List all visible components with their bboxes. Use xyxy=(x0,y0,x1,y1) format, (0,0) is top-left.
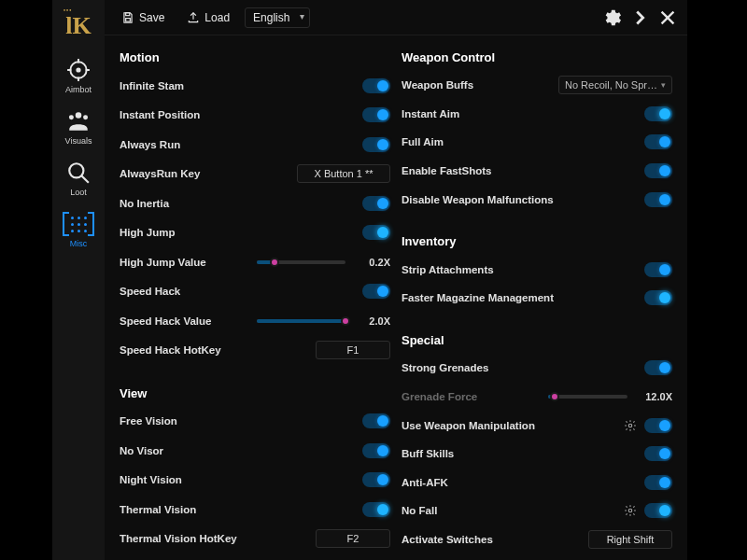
upload-icon xyxy=(187,11,200,24)
toggle-enable-fastshots[interactable] xyxy=(644,163,672,178)
toggle-high-jump[interactable] xyxy=(362,225,390,240)
slider-speed-hack[interactable] xyxy=(257,319,345,323)
activate-switches-field[interactable]: Right Shift xyxy=(588,530,672,549)
label-enable-fastshots: Enable FastShots xyxy=(402,165,637,176)
save-icon xyxy=(121,11,134,24)
chevron-right-icon xyxy=(629,7,650,28)
sidebar: lK Aimbot Visuals Loot xyxy=(52,0,105,560)
svg-point-16 xyxy=(628,509,632,512)
toggle-speed-hack[interactable] xyxy=(362,284,390,299)
label-speed-hack-value: Speed Hack Value xyxy=(120,315,249,327)
label-no-inertia: No Inertia xyxy=(120,198,355,209)
svg-point-1 xyxy=(77,68,79,71)
label-activate-switches: Activate Switches xyxy=(402,534,581,545)
label-thermal-hotkey: Thermal Vision HotKey xyxy=(120,533,308,544)
weapon-buffs-select[interactable]: No Recoil, No Spr… ▾ xyxy=(558,76,672,94)
label-anti-afk: Anti-AFK xyxy=(402,477,637,488)
toggle-strip-attachments[interactable] xyxy=(644,262,672,277)
label-strip-attachments: Strip Attachments xyxy=(402,264,637,275)
label-weapon-buffs: Weapon Buffs xyxy=(402,79,551,91)
load-label: Load xyxy=(204,11,230,24)
label-always-run: Always Run xyxy=(120,139,355,150)
toggle-no-visor[interactable] xyxy=(362,443,390,458)
section-title-weapon: Weapon Control xyxy=(402,47,672,66)
section-title-view: View xyxy=(120,383,390,402)
svg-point-8 xyxy=(83,115,88,119)
toggle-instant-aim[interactable] xyxy=(644,106,672,121)
label-full-aim: Full Aim xyxy=(402,136,637,147)
gear-icon xyxy=(601,7,622,28)
label-high-jump: High Jump xyxy=(120,227,355,238)
people-icon xyxy=(66,109,91,133)
label-speed-hack-hotkey: Speed Hack HotKey xyxy=(120,344,308,356)
sidebar-item-loot[interactable]: Loot xyxy=(56,155,101,201)
toggle-anti-afk[interactable] xyxy=(644,475,672,490)
collapse-button[interactable] xyxy=(629,7,650,28)
load-button[interactable]: Load xyxy=(179,7,237,28)
thermal-hotkey-field[interactable]: F2 xyxy=(316,529,390,548)
gear-icon[interactable] xyxy=(624,504,637,517)
svg-line-10 xyxy=(81,175,89,183)
right-column: Weapon Control Weapon Buffs No Recoil, N… xyxy=(402,47,672,549)
toggle-buff-skills[interactable] xyxy=(644,446,672,461)
gear-icon[interactable] xyxy=(624,419,637,432)
toggle-always-run[interactable] xyxy=(362,137,390,152)
toggle-instant-position[interactable] xyxy=(362,107,390,122)
sidebar-item-aimbot[interactable]: Aimbot xyxy=(56,52,101,98)
language-select[interactable]: English xyxy=(245,7,310,28)
label-thermal-vision: Thermal Vision xyxy=(120,504,355,515)
toggle-full-aim[interactable] xyxy=(644,134,672,149)
value-grenade-force: 12.0X xyxy=(635,391,672,402)
toggle-night-vision[interactable] xyxy=(362,472,390,487)
label-high-jump-value: High Jump Value xyxy=(120,257,249,268)
toggle-thermal-vision[interactable] xyxy=(362,502,390,517)
label-free-vision: Free Vision xyxy=(120,415,355,427)
save-button[interactable]: Save xyxy=(114,7,172,28)
value-high-jump: 0.2X xyxy=(353,257,390,268)
app-logo: lK xyxy=(58,6,99,47)
section-title-motion: Motion xyxy=(120,47,390,66)
label-infinite-stam: Infinite Stam xyxy=(120,80,355,91)
close-icon xyxy=(657,7,678,28)
label-instant-position: Instant Position xyxy=(120,109,355,120)
sidebar-item-visuals[interactable]: Visuals xyxy=(56,104,101,149)
toggle-faster-mag[interactable] xyxy=(644,290,672,305)
toggle-use-weapon-manipulation[interactable] xyxy=(644,418,672,433)
value-speed-hack: 2.0X xyxy=(353,315,390,327)
settings-button[interactable] xyxy=(601,7,622,28)
speed-hack-hotkey-field[interactable]: F1 xyxy=(316,341,390,359)
sidebar-item-label: Aimbot xyxy=(65,85,92,94)
slider-high-jump[interactable] xyxy=(257,260,345,264)
toggle-no-inertia[interactable] xyxy=(362,196,390,211)
label-buff-skills: Buff Skills xyxy=(402,448,637,459)
svg-rect-11 xyxy=(126,12,130,15)
label-grenade-force: Grenade Force xyxy=(402,391,541,402)
svg-point-9 xyxy=(69,163,83,177)
toggle-disable-malfunctions[interactable] xyxy=(644,192,672,207)
save-label: Save xyxy=(139,11,164,24)
topbar: Save Load English xyxy=(105,0,687,35)
label-strong-grenades: Strong Grenades xyxy=(402,362,637,373)
label-instant-aim: Instant Aim xyxy=(402,108,637,119)
section-title-inventory: Inventory xyxy=(402,231,672,250)
toggle-free-vision[interactable] xyxy=(362,413,390,428)
label-no-fall: No Fall xyxy=(402,505,616,516)
alwaysrun-key-field[interactable]: X Button 1 ** xyxy=(297,164,390,183)
label-alwaysrun-key: AlwaysRun Key xyxy=(120,168,289,179)
magnifier-icon xyxy=(66,161,91,185)
toggle-strong-grenades[interactable] xyxy=(644,360,672,375)
left-column: Motion Infinite Stam Instant Position Al… xyxy=(120,47,390,549)
label-night-vision: Night Vision xyxy=(120,474,355,485)
label-faster-mag: Faster Magazine Management xyxy=(402,292,637,303)
toggle-no-fall[interactable] xyxy=(644,503,672,518)
sidebar-item-misc[interactable]: Misc xyxy=(56,206,101,252)
svg-point-6 xyxy=(76,112,82,119)
svg-point-7 xyxy=(69,115,74,119)
slider-grenade-force[interactable] xyxy=(548,395,627,399)
label-no-visor: No Visor xyxy=(120,445,355,456)
sidebar-item-label: Visuals xyxy=(65,136,92,146)
label-use-weapon-manipulation: Use Weapon Manipulation xyxy=(402,420,616,431)
section-title-special: Special xyxy=(402,329,672,349)
toggle-infinite-stam[interactable] xyxy=(362,78,390,93)
close-button[interactable] xyxy=(657,7,678,28)
